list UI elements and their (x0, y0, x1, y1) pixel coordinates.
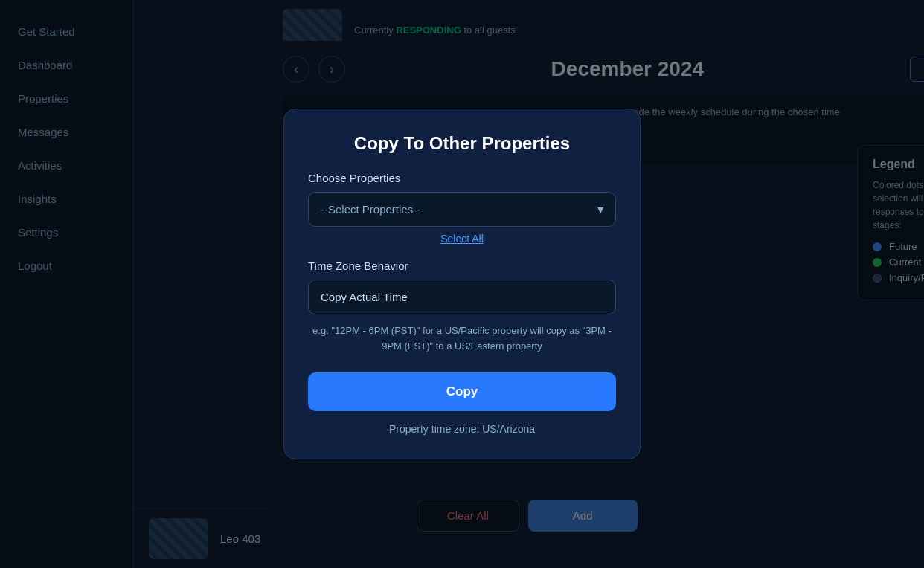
property-timezone-footer: Property time zone: US/Arizona (308, 423, 616, 435)
modal-overlay: Copy To Other Properties Choose Properti… (0, 0, 924, 568)
modal-title: Copy To Other Properties (308, 133, 616, 154)
properties-select[interactable]: --Select Properties-- (308, 192, 616, 227)
select-all-link[interactable]: Select All (308, 233, 616, 245)
copy-button[interactable]: Copy (308, 372, 616, 411)
choose-properties-label: Choose Properties (308, 172, 616, 184)
tz-behavior-label: Time Zone Behavior (308, 259, 616, 272)
tz-behavior-input[interactable] (308, 280, 616, 314)
tz-example-text: e.g. "12PM - 6PM (PST)" for a US/Pacific… (308, 323, 616, 355)
properties-select-wrapper: --Select Properties-- ▼ (308, 192, 616, 227)
copy-to-properties-modal: Copy To Other Properties Choose Properti… (283, 109, 641, 459)
